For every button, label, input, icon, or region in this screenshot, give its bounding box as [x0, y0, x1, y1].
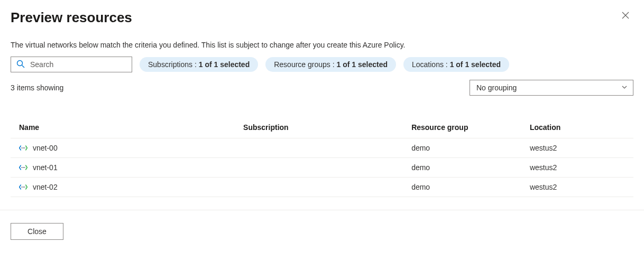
pill-label: Subscriptions :: [148, 60, 199, 69]
svg-point-4: [21, 167, 22, 168]
search-input[interactable]: [30, 60, 126, 69]
pill-value: 1 of 1 selected: [337, 60, 388, 69]
divider: [0, 210, 644, 210]
page-title: Preview resources: [11, 10, 132, 26]
cell-name: vnet-00: [33, 144, 58, 152]
cell-resource-group: demo: [403, 138, 521, 158]
vnet-icon: [19, 164, 27, 171]
pill-label: Locations :: [412, 60, 450, 69]
chevron-down-icon: [621, 83, 628, 92]
cell-name: vnet-02: [33, 183, 58, 191]
search-icon: [16, 60, 25, 70]
cell-name: vnet-01: [33, 163, 58, 172]
column-header-name[interactable]: Name: [11, 117, 235, 138]
cell-subscription: [235, 138, 403, 158]
pill-value: 1 of 1 selected: [450, 60, 501, 69]
cell-subscription: [235, 178, 403, 197]
svg-point-7: [21, 187, 22, 188]
filter-pill-resource-groups[interactable]: Resource groups : 1 of 1 selected: [265, 57, 396, 72]
cell-location: westus2: [521, 158, 633, 178]
search-box[interactable]: [11, 57, 132, 72]
vnet-icon: [19, 144, 27, 152]
resources-table: Name Subscription Resource group Locatio…: [11, 117, 633, 197]
svg-point-1: [21, 147, 22, 148]
cell-subscription: [235, 158, 403, 178]
grouping-dropdown[interactable]: No grouping: [470, 80, 633, 96]
cell-location: westus2: [521, 138, 633, 158]
table-row[interactable]: vnet-02 demo westus2: [11, 178, 633, 197]
table-row[interactable]: vnet-00 demo westus2: [11, 138, 633, 158]
column-header-location[interactable]: Location: [521, 117, 633, 138]
svg-point-0: [17, 60, 23, 66]
close-icon[interactable]: [618, 10, 633, 23]
filter-pill-locations[interactable]: Locations : 1 of 1 selected: [403, 57, 509, 72]
filter-pill-subscriptions[interactable]: Subscriptions : 1 of 1 selected: [140, 57, 258, 72]
svg-point-9: [24, 187, 25, 188]
cell-location: westus2: [521, 178, 633, 197]
column-header-resource-group[interactable]: Resource group: [403, 117, 521, 138]
svg-point-2: [23, 147, 24, 148]
cell-resource-group: demo: [403, 158, 521, 178]
svg-point-5: [23, 167, 24, 168]
pill-label: Resource groups :: [274, 60, 336, 69]
column-header-subscription[interactable]: Subscription: [235, 117, 403, 138]
vnet-icon: [19, 183, 27, 191]
table-row[interactable]: vnet-01 demo westus2: [11, 158, 633, 178]
svg-point-8: [23, 187, 24, 188]
svg-point-3: [24, 147, 25, 148]
pill-value: 1 of 1 selected: [199, 60, 250, 69]
svg-point-6: [24, 167, 25, 168]
description-text: The virtual networks below match the cri…: [11, 41, 633, 49]
grouping-selected-value: No grouping: [476, 83, 517, 92]
item-count-text: 3 items showing: [11, 83, 63, 92]
close-button[interactable]: Close: [11, 223, 63, 240]
cell-resource-group: demo: [403, 178, 521, 197]
